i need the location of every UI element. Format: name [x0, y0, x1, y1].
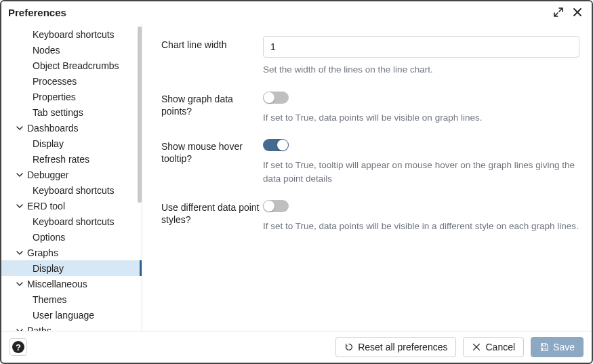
sidebar: Keyboard shortcutsNodesObject Breadcrumb… [1, 24, 142, 331]
toggle-show-tooltip[interactable] [263, 139, 289, 151]
sidebar-item[interactable]: Graphs [1, 245, 142, 260]
sidebar-item-label: Processes [33, 76, 77, 87]
sidebar-item[interactable]: Keyboard shortcuts [1, 26, 142, 42]
reset-label: Reset all preferences [358, 342, 447, 352]
sidebar-item-label: Refresh rates [33, 154, 89, 165]
sidebar-item-label: Debugger [27, 169, 69, 180]
row-diff-point-styles: Use different data point styles? If set … [161, 199, 579, 233]
sidebar-item[interactable]: Paths [1, 323, 142, 331]
body: Keyboard shortcutsNodesObject Breadcrumb… [1, 23, 592, 331]
sidebar-item[interactable]: Dashboards [1, 120, 142, 136]
sidebar-item[interactable]: Keyboard shortcuts [1, 182, 142, 198]
reset-button[interactable]: Reset all preferences [335, 337, 456, 357]
input-chart-line-width[interactable] [263, 36, 579, 58]
sidebar-item-label: Options [33, 232, 65, 243]
chevron-down-icon [15, 326, 24, 331]
chevron-down-icon [15, 201, 24, 211]
sidebar-item-label: Paths [27, 325, 52, 331]
sidebar-item[interactable]: Display [1, 136, 142, 151]
sidebar-item[interactable]: Themes [1, 291, 142, 307]
sidebar-item-label: Themes [33, 294, 67, 305]
cancel-button[interactable]: Cancel [463, 337, 524, 357]
sidebar-item[interactable]: Display [1, 260, 142, 276]
close-icon [472, 342, 481, 352]
row-show-tooltip: Show mouse hover tooltip? If set to True… [161, 138, 579, 185]
label-chart-line-width: Chart line width [161, 36, 263, 51]
sidebar-item-label: User language [33, 310, 94, 321]
row-chart-line-width: Chart line width Set the width of the li… [161, 36, 579, 77]
sidebar-item[interactable]: Refresh rates [1, 151, 142, 167]
sidebar-item-label: Keyboard shortcuts [33, 185, 115, 196]
sidebar-tree: Keyboard shortcutsNodesObject Breadcrumb… [1, 24, 142, 331]
sidebar-item[interactable]: Keyboard shortcuts [1, 214, 142, 229]
chevron-down-icon [15, 279, 24, 289]
sidebar-item-label: Object Breadcrumbs [33, 60, 119, 71]
help-button[interactable]: ? [9, 338, 27, 356]
row-show-data-points: Show graph data points? If set to True, … [161, 90, 579, 125]
sidebar-item-label: Properties [33, 92, 76, 102]
sidebar-item-label: Miscellaneous [27, 279, 87, 289]
sidebar-item-label: ERD tool [27, 201, 65, 211]
titlebar: Preferences [1, 1, 592, 23]
sidebar-item-label: Keyboard shortcuts [33, 29, 115, 40]
preferences-window: Preferences Keyboard shortcutsNodesObjec… [0, 0, 593, 364]
expand-icon[interactable] [551, 5, 566, 20]
sidebar-item-label: Keyboard shortcuts [33, 216, 115, 227]
sidebar-item[interactable]: User language [1, 307, 142, 323]
sidebar-item-label: Dashboards [27, 123, 79, 134]
cancel-label: Cancel [485, 342, 515, 352]
chevron-down-icon [15, 248, 24, 258]
main-panel: Chart line width Set the width of the li… [142, 24, 592, 331]
sidebar-scrollbar[interactable] [138, 26, 142, 203]
label-diff-point-styles: Use different data point styles? [161, 199, 263, 226]
sidebar-item[interactable]: Nodes [1, 42, 142, 58]
sidebar-item-label: Display [33, 138, 64, 149]
toggle-diff-point-styles[interactable] [263, 200, 289, 212]
window-title: Preferences [8, 7, 66, 18]
sidebar-item-label: Graphs [27, 247, 58, 258]
chevron-down-icon [15, 170, 24, 180]
chevron-down-icon [15, 123, 24, 133]
sidebar-item-label: Display [33, 263, 64, 274]
help-show-tooltip: If set to True, tooltip will appear on m… [263, 159, 579, 185]
toggle-show-data-points[interactable] [263, 92, 289, 104]
history-icon [344, 342, 354, 352]
save-icon [539, 342, 549, 352]
sidebar-item[interactable]: Processes [1, 73, 142, 89]
save-label: Save [553, 342, 575, 352]
help-diff-point-styles: If set to True, data points will be visi… [263, 220, 579, 233]
help-show-data-points: If set to True, data points will be visi… [263, 111, 579, 125]
sidebar-item[interactable]: Object Breadcrumbs [1, 58, 142, 73]
sidebar-item[interactable]: Properties [1, 89, 142, 104]
label-show-tooltip: Show mouse hover tooltip? [161, 138, 263, 165]
sidebar-item[interactable]: Miscellaneous [1, 276, 142, 291]
footer: ? Reset all preferences Cancel Save [1, 331, 592, 363]
sidebar-item-label: Tab settings [33, 107, 83, 118]
help-chart-line-width: Set the width of the lines on the line c… [263, 63, 579, 77]
sidebar-item[interactable]: Options [1, 229, 142, 245]
label-show-data-points: Show graph data points? [161, 90, 263, 117]
save-button[interactable]: Save [531, 337, 584, 357]
sidebar-item[interactable]: Debugger [1, 167, 142, 182]
sidebar-item-label: Nodes [33, 45, 60, 56]
close-icon[interactable] [570, 5, 585, 20]
sidebar-item[interactable]: Tab settings [1, 104, 142, 120]
sidebar-item[interactable]: ERD tool [1, 198, 142, 214]
